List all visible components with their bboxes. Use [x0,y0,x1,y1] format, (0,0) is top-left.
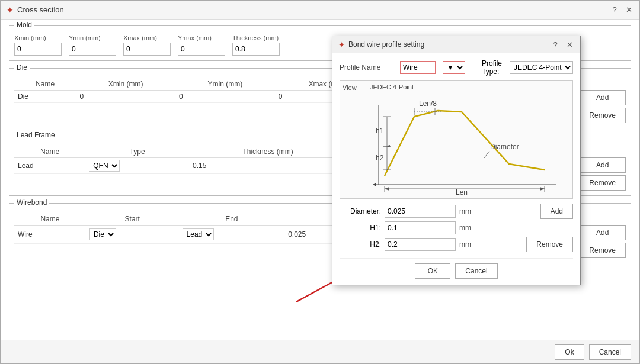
lf-row-thickness: 0.15 [189,158,347,174]
wb-row-name: Wire [14,226,86,244]
mold-xmin-group: Xmin (mm) [14,34,62,56]
die-col-name: Name [14,78,76,91]
mold-xmax-label: Xmax (mm) [123,34,171,41]
mold-ymax-input[interactable] [178,43,225,56]
mold-xmax-group: Xmax (mm) [123,34,171,56]
wb-row-start: Die [86,226,179,244]
dialog-remove-btn-wrapper: Remove [526,237,573,252]
svg-text:h1: h1 [376,127,384,135]
mold-xmax-input[interactable] [123,43,171,56]
h1-input[interactable] [385,221,456,234]
mold-xmin-label: Xmin (mm) [14,34,62,41]
title-bar-right: ? ✕ [610,5,633,15]
dialog-cancel-button[interactable]: Cancel [455,263,497,279]
ok-button[interactable]: Ok [555,344,584,360]
die-action-btns: Add Remove [579,73,626,123]
svg-text:Len/8: Len/8 [419,99,437,108]
lf-action-btns: Add Remove [579,141,626,191]
mold-ymin-group: Ymin (mm) [69,34,116,56]
lf-col-thickness: Thickness (mm) [189,146,347,158]
wire-diagram-svg: Len/8 h1 h2 Diameter [343,93,568,197]
cancel-button[interactable]: Cancel [589,344,631,360]
dialog-title-text: ✦ Bond wire profile setting [338,40,424,49]
profile-name-select[interactable]: ▼ [443,61,465,74]
dialog-close-button[interactable]: ✕ [565,40,574,49]
wb-end-select[interactable]: Lead [183,228,214,240]
svg-marker-24 [540,187,545,191]
dialog-title-buttons: ? ✕ [551,40,574,49]
die-row-ymin: 0 [175,91,275,103]
bond-wire-dialog: ✦ Bond wire profile setting ? ✕ Profile … [332,36,581,285]
bottom-bar: Ok Cancel [1,340,639,363]
h1-row: H1: mm [340,221,573,234]
title-bar: ✦ Cross section ? ✕ [1,1,639,20]
profile-name-label: Profile Name [340,63,393,72]
mold-ymin-input[interactable] [69,43,116,56]
window-title: Cross section [17,5,64,14]
wb-start-select[interactable]: Die [89,228,116,240]
mold-xmin-input[interactable] [14,43,62,56]
lf-row-name: Lead [14,158,85,174]
diameter-unit: mm [459,207,471,215]
h1-unit: mm [459,224,471,232]
mold-thickness-group: Thickness (mm) [232,34,280,56]
wb-remove-button[interactable]: Remove [579,243,626,258]
diameter-input[interactable] [385,205,456,218]
title-bar-left: ✦ Cross section [7,5,64,15]
svg-text:Len: Len [456,188,468,197]
dialog-title-label: Bond wire profile setting [348,40,424,49]
wb-col-name: Name [14,213,86,226]
dialog-remove-button[interactable]: Remove [526,237,573,252]
mold-ymax-group: Ymax (mm) [178,34,225,56]
mold-thickness-input[interactable] [232,43,280,56]
profile-type-label: Profile Type: [482,59,503,76]
svg-text:Diameter: Diameter [490,143,519,151]
wirebond-section-title: Wirebond [14,198,49,207]
h2-label: H2: [340,240,381,249]
wb-col-end: End [179,213,285,226]
close-button[interactable]: ✕ [624,5,633,15]
lead-frame-section-title: Lead Frame [14,131,57,139]
wb-col-start: Start [86,213,179,226]
mold-ymax-label: Ymax (mm) [178,34,225,41]
dialog-help-button[interactable]: ? [551,40,560,49]
diameter-row: Diameter: mm Add [340,204,573,219]
svg-marker-23 [385,187,389,191]
lf-col-type: Type [85,146,189,158]
profile-name-input[interactable] [400,61,436,74]
dialog-add-button[interactable]: Add [540,204,573,219]
h2-row: H2: mm Remove [340,237,573,252]
help-button[interactable]: ? [610,5,619,15]
h1-label: H1: [340,224,381,232]
h2-unit: mm [459,240,471,249]
profile-type-select[interactable]: JEDEC 4-Point [510,61,573,74]
die-row-name: Die [14,91,76,103]
wb-add-button[interactable]: Add [579,225,626,240]
dialog-buttons: OK Cancel [340,258,573,279]
lf-remove-button[interactable]: Remove [579,175,626,191]
view-label: View [343,84,357,91]
h2-input[interactable] [385,238,456,251]
dialog-ok-button[interactable]: OK [415,263,450,279]
die-add-button[interactable]: Add [579,90,626,105]
svg-line-18 [484,151,489,158]
mold-thickness-label: Thickness (mm) [232,34,280,41]
die-col-ymin: Ymin (mm) [175,78,275,91]
lf-row-type: QFN [85,158,189,174]
jedec-label: JEDEC 4-Point [370,83,414,91]
wb-action-btns: Add Remove [579,208,626,258]
die-remove-button[interactable]: Remove [579,108,626,123]
die-row-xmin: 0 [76,91,175,103]
dialog-add-btn-wrapper: Add [540,204,573,219]
lf-col-name: Name [14,146,85,158]
view-box: View JEDEC 4-Point Len/8 [340,80,573,199]
lf-add-button[interactable]: Add [579,157,626,173]
dimension-fields: Diameter: mm Add H1: mm H2: mm Remove [340,204,573,252]
mold-section-title: Mold [14,21,34,29]
die-section-title: Die [14,63,30,72]
dialog-content: Profile Name ▼ Profile Type: JEDEC 4-Poi… [332,53,580,285]
dialog-icon: ✦ [338,40,345,49]
dialog-title-bar: ✦ Bond wire profile setting ? ✕ [332,36,580,53]
lf-type-select[interactable]: QFN [89,160,120,172]
mold-ymin-label: Ymin (mm) [69,34,116,41]
